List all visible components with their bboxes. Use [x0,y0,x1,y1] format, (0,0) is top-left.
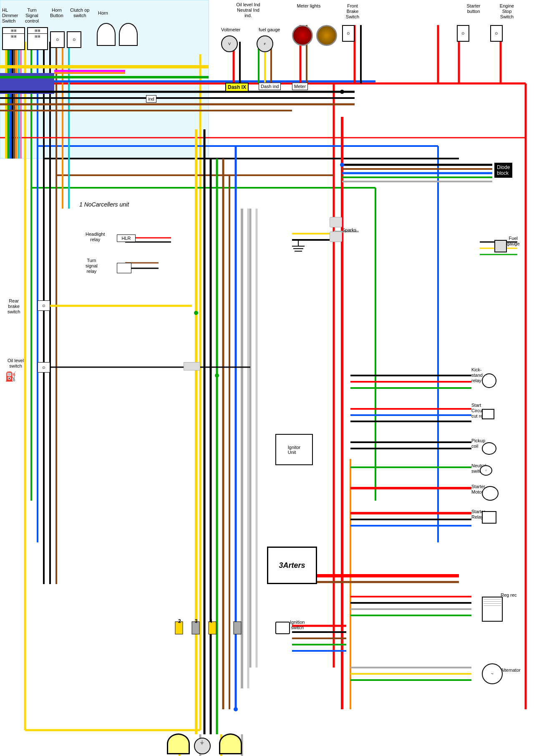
starter-button-label: Starterbutton [459,3,488,14]
ignitor-unit-box: IgnitorUnit [275,434,313,465]
svg-point-97 [194,311,198,315]
front-brake-label: FrontBrakeSwitch [338,3,367,20]
svg-point-96 [234,707,238,711]
oil-level-label: Oil level IndNeutral Indind. [232,2,265,19]
reg-rec-label: Reg rec [501,592,517,598]
starter-button-switch: ⊙ [457,25,469,42]
connector-4-label: 4 [209,618,212,624]
connector-2-label: 2 [178,618,181,624]
starter-motor-symbol [482,486,499,501]
clutch-switch: ⊙ [67,31,81,48]
spark-plug-1 [330,217,342,227]
reg-rec-symbol [482,597,503,622]
svg-point-98 [215,373,219,378]
rear-brake-label: Rearbrakeswitch [8,298,20,315]
oil-level-icon: ⛽ [5,371,16,382]
alternator-label: Alternator [501,668,521,673]
hlr-box: HLR [117,234,136,242]
hl-dimmer-switch: ⊞⊞ ⊞⊞ [2,27,25,50]
hl-dimmer-label: HLDimmerSwitch [2,8,18,24]
turn-signal-label: TurnSignalcontrol [25,8,39,24]
turn-signal-relay-box [117,263,131,273]
ignitor-unit-label: IgnitorUnit [288,445,301,455]
horn-symbol-1 [97,23,116,46]
connector-3-label: 3 [195,618,198,624]
diode-block: Diodeblock [494,163,512,178]
alternator-symbol: ~ [482,663,503,684]
turn-signal-relay-label: Turnsignalrelay [86,258,98,275]
ignition-switch-symbol [275,622,290,634]
sparks-label: Sparks [342,227,356,233]
turn-signal-switch: ⊞⊞ ⊞⊞ [27,27,48,50]
headlight-relay-label: Headlightrelay [86,232,105,242]
voltmeter-symbol: V [221,35,238,52]
neutral-switch-symbol: ○ [480,465,492,476]
oil-level-switch-component: ⊙ [38,362,50,373]
battery-box: 3Arters [267,547,317,584]
wiring-svg [0,0,534,756]
wiring-diagram: HLDimmerSwitch TurnSignalcontrol HornBut… [0,0,534,756]
ignition-switch-label: Ignitionswitch [290,620,305,630]
horn-button: ⊙ [50,31,65,48]
pickup-coil-symbol [482,442,496,455]
horn-button-label: HornButton [50,8,63,18]
start-circuit-relay-symbol [482,409,494,419]
meter-box: Meter [292,83,308,90]
kickstand-relay-symbol [482,373,496,388]
engine-stop-label: EngineStopSwitch [492,3,521,20]
headlight-1 [167,733,190,754]
kickstand-relay-label: Kick-standrelay [471,367,483,384]
meter-lights-1 [292,25,313,46]
fuel-gauge-right [494,240,507,252]
starter-relay-symbol [482,511,496,524]
horn-symbol-2 [119,23,138,46]
meter-lights-label: Meter lights [292,3,325,9]
svg-point-94 [340,163,344,167]
meter-lights-2 [316,25,337,46]
unit-label: 1 NoCarcellers unit [79,201,129,208]
ind-box: ind [146,95,156,103]
fuel-gauge-right-label: Fuelgauge [507,236,520,247]
battery-label: 3Arters [279,561,305,570]
oil-level-switch-label: Oil levelswitch [8,358,24,369]
spark-plug-2 [330,232,342,242]
rear-brake-switch: ⊙ [38,300,50,311]
ground-symbol: ⏚ [200,738,204,745]
svg-point-95 [340,90,344,94]
oil-level-resistor [184,362,200,370]
clutch-op-label: Clutch opswitch [70,8,89,18]
headlight-2 [219,733,242,754]
svg-rect-124 [234,622,241,634]
voltmeter-label: Voltmeter [221,27,240,33]
fuel-gauge-symbol: F [257,35,273,52]
dash-ind-box: Dash ind [259,83,281,90]
front-brake-switch: ⊙ [342,25,355,42]
fuel-gauge-label: fuel gauge [259,27,280,33]
engine-stop-switch: ⊙ [490,25,503,42]
horn-label: Horn [98,10,108,16]
dash-ix-box: Dash IX [225,83,249,92]
